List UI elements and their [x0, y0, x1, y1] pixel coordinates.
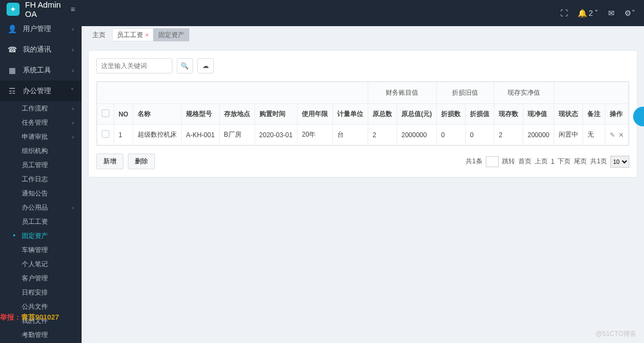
col-0: NO	[114, 104, 133, 125]
breadcrumb: 主页 员工工资×固定资产	[82, 26, 644, 44]
delete-icon[interactable]: ✕	[618, 131, 624, 139]
total-count: 共1条	[466, 157, 482, 166]
sub-item-label: 申请审批	[22, 132, 48, 142]
collapse-sidebar-icon[interactable]: ≡	[71, 5, 75, 14]
chevron-right-icon: ›	[72, 106, 74, 112]
cell-4: 2020-03-01	[255, 125, 297, 145]
table-footer: 新增 删除 共1条 跳转 首页 上页 1 下页 尾页 共1页 10	[96, 154, 629, 169]
upload-button[interactable]: ☁	[197, 58, 214, 74]
notif-count: 2	[589, 9, 593, 17]
total-pages: 共1页	[590, 157, 607, 166]
menu-label: 系统工具	[23, 65, 65, 75]
search-button[interactable]: 🔍	[177, 58, 193, 74]
checkbox-all[interactable]	[102, 109, 109, 117]
notifications-icon[interactable]: 🔔2˅	[578, 9, 598, 17]
sub-item-13[interactable]: 日程安排	[0, 285, 82, 299]
col-6: 计量单位	[332, 104, 368, 125]
sub-item-label: 固定资产	[22, 231, 48, 241]
menu-label: 用户管理	[23, 24, 65, 34]
col-12: 现净值	[523, 104, 554, 125]
watermark: @51CTO博客	[596, 329, 636, 339]
pager: 共1条 跳转 首页 上页 1 下页 尾页 共1页 10	[466, 156, 629, 168]
sub-item-12[interactable]: 客户管理	[0, 271, 82, 285]
col-9: 折损数	[436, 104, 465, 125]
page-size-select[interactable]: 10	[610, 156, 629, 168]
assets-table: 财务账目值折损旧值现存实净值 NO名称规格型号存放地点购置时间使用年限计量单位原…	[96, 81, 629, 146]
sub-item-0[interactable]: 工作流程›	[0, 101, 82, 115]
sub-item-label: 客户管理	[22, 274, 48, 283]
cell-3: B厂房	[219, 125, 255, 145]
sub-item-label: 考勤管理	[22, 330, 48, 340]
cell-2: A-KH-001	[181, 125, 219, 145]
sub-item-10[interactable]: 车辆管理	[0, 243, 82, 257]
col-13: 现状态	[554, 104, 583, 125]
sub-item-label: 我的文件	[22, 316, 48, 326]
sub-item-label: 车辆管理	[22, 246, 48, 255]
sub-item-6[interactable]: 通知公告	[0, 186, 82, 200]
chevron-right-icon: ›	[72, 120, 74, 126]
tab-1[interactable]: 固定资产	[153, 28, 189, 41]
sidebar: ✦ FH Admin OA ≡ 👤用户管理›☎我的通讯›▦系统工具›☶办公管理˅…	[0, 0, 82, 343]
delete-button[interactable]: 删除	[128, 154, 155, 169]
menu-icon: 👤	[8, 24, 16, 33]
cell-0: 1	[114, 125, 133, 145]
jump-page-input[interactable]	[486, 156, 499, 167]
cell-10: 0	[465, 125, 494, 145]
sub-item-label: 日程安排	[22, 288, 48, 297]
last-page[interactable]: 尾页	[574, 157, 587, 166]
chevron-right-icon: ›	[72, 205, 74, 211]
search-input[interactable]	[96, 58, 172, 74]
tab-label: 员工工资	[117, 31, 143, 39]
menu-item-1[interactable]: ☎我的通讯›	[0, 39, 82, 60]
panel: 🔍 ☁ 财务账目值折损旧值现存实净值 NO名称规格型号存放地点购置时间使用年限计…	[88, 50, 637, 177]
sub-item-15[interactable]: 我的文件	[0, 314, 82, 328]
sub-item-label: 员工管理	[22, 161, 48, 170]
sub-item-label: 工作流程	[22, 104, 48, 113]
logo-icon: ✦	[7, 3, 20, 16]
sub-item-2[interactable]: 申请审批›	[0, 130, 82, 144]
cell-5: 20年	[297, 125, 332, 145]
col-7: 原总数	[368, 104, 397, 125]
group-header-2: 现存实净值	[494, 82, 554, 104]
chevron-down-icon: ˅	[71, 88, 74, 95]
add-button[interactable]: 新增	[96, 154, 123, 169]
checkbox-row[interactable]	[102, 130, 109, 138]
close-icon[interactable]: ×	[145, 32, 148, 38]
menu-item-3[interactable]: ☶办公管理˅	[0, 81, 82, 101]
sub-item-11[interactable]: 个人笔记	[0, 257, 82, 271]
breadcrumb-home[interactable]: 主页	[88, 28, 110, 42]
col-14: 备注	[583, 104, 605, 125]
menu-item-2[interactable]: ▦系统工具›	[0, 60, 82, 81]
jump-link[interactable]: 跳转	[502, 157, 515, 166]
sub-item-8[interactable]: 员工工资	[0, 215, 82, 229]
tab-0[interactable]: 员工工资×	[112, 28, 153, 41]
sub-item-5[interactable]: 工作日志	[0, 172, 82, 186]
topbar: ⛶ 🔔2˅ ✉ ⚙˅	[82, 0, 644, 26]
menu-item-0[interactable]: 👤用户管理›	[0, 19, 82, 39]
cell-8: 2000000	[397, 125, 436, 145]
sub-item-3[interactable]: 组织机构	[0, 144, 82, 158]
edit-icon[interactable]: ✎	[610, 131, 615, 139]
sub-item-16[interactable]: 考勤管理	[0, 328, 82, 342]
col-11: 现存数	[494, 104, 523, 125]
col-10: 折损值	[465, 104, 494, 125]
sub-item-1[interactable]: 任务管理›	[0, 115, 82, 130]
col-15: 操作	[605, 104, 629, 125]
cell-14: 无	[583, 125, 605, 145]
settings-icon[interactable]: ⚙˅	[624, 9, 635, 17]
prev-page[interactable]: 上页	[535, 157, 548, 166]
sub-item-7[interactable]: 办公用品›	[0, 200, 82, 215]
mail-icon[interactable]: ✉	[608, 9, 615, 17]
sidebar-header: ✦ FH Admin OA ≡	[0, 0, 82, 19]
sub-item-label: 办公用品	[22, 203, 48, 212]
sub-item-9[interactable]: 固定资产	[0, 229, 82, 243]
next-page[interactable]: 下页	[558, 157, 571, 166]
first-page[interactable]: 首页	[518, 157, 531, 166]
col-3: 存放地点	[219, 104, 255, 125]
sub-item-4[interactable]: 员工管理	[0, 158, 82, 172]
cell-6: 台	[332, 125, 368, 145]
sub-item-14[interactable]: 公共文件	[0, 299, 82, 314]
col-4: 购置时间	[255, 104, 297, 125]
sub-item-label: 组织机构	[22, 146, 48, 156]
fullscreen-icon[interactable]: ⛶	[560, 9, 568, 17]
